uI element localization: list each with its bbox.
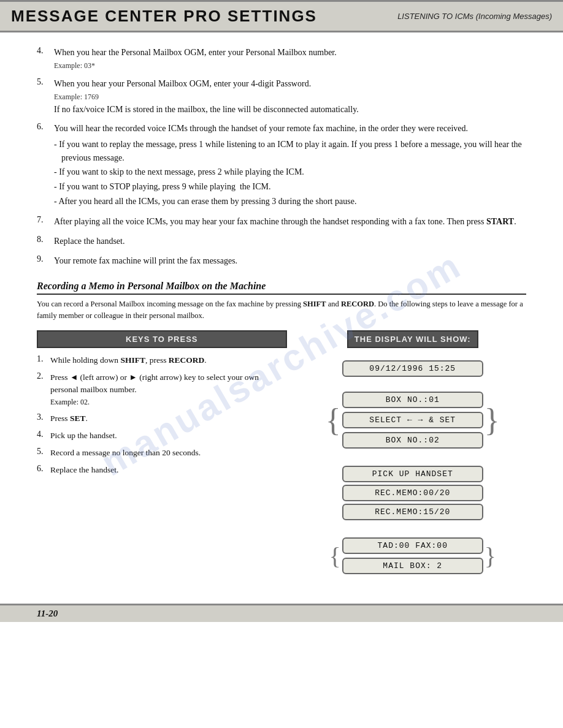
step-item: 4. Pick up the handset. — [37, 430, 287, 442]
page: manualsarchive.com MESSAGE CENTER PRO SE… — [0, 0, 563, 728]
display-tad-group: { TAD:00 FAX:00 MAIL BOX: 2 } — [329, 536, 496, 575]
item-number: 8. — [37, 235, 54, 245]
bracket-right: } — [484, 404, 500, 436]
step-content: Record a message no longer than 20 secon… — [50, 447, 201, 459]
item-number: 9. — [37, 254, 54, 264]
bracket-wrap: { TAD:00 FAX:00 MAIL BOX: 2 } — [329, 536, 496, 575]
display-datetime: 09/12/1996 15:25 — [342, 359, 483, 378]
keys-column-header: KEYS TO PRESS — [37, 330, 287, 348]
step-content: Press SET. — [50, 412, 88, 425]
page-subtitle: LISTENING TO ICMs (Incoming Messages) — [397, 12, 552, 21]
display-box: 09/12/1996 15:25 — [342, 360, 483, 377]
main-list: 4. When you hear the Personal Mailbox OG… — [37, 46, 526, 267]
bullet-list: - If you want to replay the message, pre… — [54, 138, 526, 208]
page-number: 11-20 — [37, 609, 58, 618]
section-heading: Recording a Memo in Personal Mailbox on … — [37, 281, 526, 295]
bracket-left: { — [329, 544, 341, 569]
step-content: While holding down SHIFT, press RECORD. — [50, 354, 207, 366]
page-header: MESSAGE CENTER PRO SETTINGS LISTENING TO… — [0, 0, 563, 32]
step-number: 2. — [37, 371, 50, 408]
bullet-item: - If you want to replay the message, pre… — [54, 138, 526, 164]
bullet-item: - If you want to STOP playing, press 9 w… — [54, 180, 526, 194]
step-number: 4. — [37, 430, 50, 442]
step-item: 5. Record a message no longer than 20 se… — [37, 447, 287, 459]
item-number: 7. — [37, 215, 54, 225]
item-number: 4. — [37, 46, 54, 56]
main-content: 4. When you hear the Personal Mailbox OG… — [0, 32, 563, 585]
list-item: 9. Your remote fax machine will print th… — [37, 254, 526, 268]
item-content: When you hear the Personal Mailbox OGM, … — [54, 46, 526, 71]
example-text: Example: 03* — [54, 60, 526, 72]
bullet-item: - After you heard all the ICMs, you can … — [54, 195, 526, 208]
list-item: 6. You will hear the recorded voice ICMs… — [37, 122, 526, 209]
display-box: TAD:00 FAX:00 — [342, 537, 483, 554]
bracket-right: } — [484, 544, 496, 569]
bracket-wrap: { BOX NO.:01 SELECT ← → & SET BOX NO.:02… — [326, 390, 500, 450]
display-box: REC.MEMO:15/20 — [342, 504, 483, 520]
step-list: 1. While holding down SHIFT, press RECOR… — [37, 354, 287, 477]
display-box: BOX NO.:01 — [342, 392, 483, 408]
display-box: REC.MEMO:00/20 — [342, 485, 483, 501]
page-footer: 11-20 — [0, 604, 563, 622]
page-title: MESSAGE CENTER PRO SETTINGS — [11, 7, 317, 26]
list-item: 5. When you hear your Personal Mailbox O… — [37, 77, 526, 116]
step-item: 1. While holding down SHIFT, press RECOR… — [37, 354, 287, 366]
display-pickup-group: PICK UP HANDSET REC.MEMO:00/20 REC.MEMO:… — [342, 464, 483, 521]
display-box: PICK UP HANDSET — [342, 466, 483, 482]
list-item: 7. After playing all the voice ICMs, you… — [37, 215, 526, 229]
list-item: 4. When you hear the Personal Mailbox OG… — [37, 46, 526, 71]
display-box: SELECT ← → & SET — [342, 412, 483, 428]
display-boxno-group: { BOX NO.:01 SELECT ← → & SET BOX NO.:02… — [326, 390, 500, 450]
table-section: KEYS TO PRESS 1. While holding down SHIF… — [37, 330, 526, 579]
example-text: Example: 1769 — [54, 91, 526, 103]
step-number: 5. — [37, 447, 50, 459]
item-content: You will hear the recorded voice ICMs th… — [54, 122, 526, 209]
step-item: 2. Press ◄ (left arrow) or ► (right arro… — [37, 371, 287, 408]
bracket-left: { — [326, 404, 341, 436]
step-number: 1. — [37, 354, 50, 366]
step-content: Replace the handset. — [50, 464, 118, 476]
item-content: Your remote fax machine will print the f… — [54, 254, 526, 268]
item-number: 5. — [37, 77, 54, 87]
display-column-header: THE DISPLAY WILL SHOW: — [347, 330, 478, 348]
step-item: 6. Replace the handset. — [37, 464, 287, 476]
step-number: 3. — [37, 412, 50, 425]
intro-text: You can record a Personal Mailbox incomi… — [37, 298, 526, 322]
display-stack: TAD:00 FAX:00 MAIL BOX: 2 — [342, 536, 483, 575]
step-item: 3. Press SET. — [37, 412, 287, 425]
list-item: 8. Replace the handset. — [37, 235, 526, 248]
item-content: Replace the handset. — [54, 235, 526, 248]
keys-column: KEYS TO PRESS 1. While holding down SHIF… — [37, 330, 287, 482]
bullet-item: - If you want to skip to the next messag… — [54, 165, 526, 179]
display-stack: BOX NO.:01 SELECT ← → & SET BOX NO.:02 — [342, 390, 483, 450]
step-number: 6. — [37, 464, 50, 476]
step-content: Pick up the handset. — [50, 430, 117, 442]
display-box: BOX NO.:02 — [342, 432, 483, 449]
item-number: 6. — [37, 122, 54, 132]
display-column: THE DISPLAY WILL SHOW: 09/12/1996 15:25 … — [299, 330, 526, 579]
item-content: When you hear your Personal Mailbox OGM,… — [54, 77, 526, 116]
example-text: Example: 02. — [50, 396, 287, 408]
display-box: MAIL BOX: 2 — [342, 558, 483, 574]
item-content: After playing all the voice ICMs, you ma… — [54, 215, 526, 229]
step-content: Press ◄ (left arrow) or ► (right arrow) … — [50, 371, 287, 408]
